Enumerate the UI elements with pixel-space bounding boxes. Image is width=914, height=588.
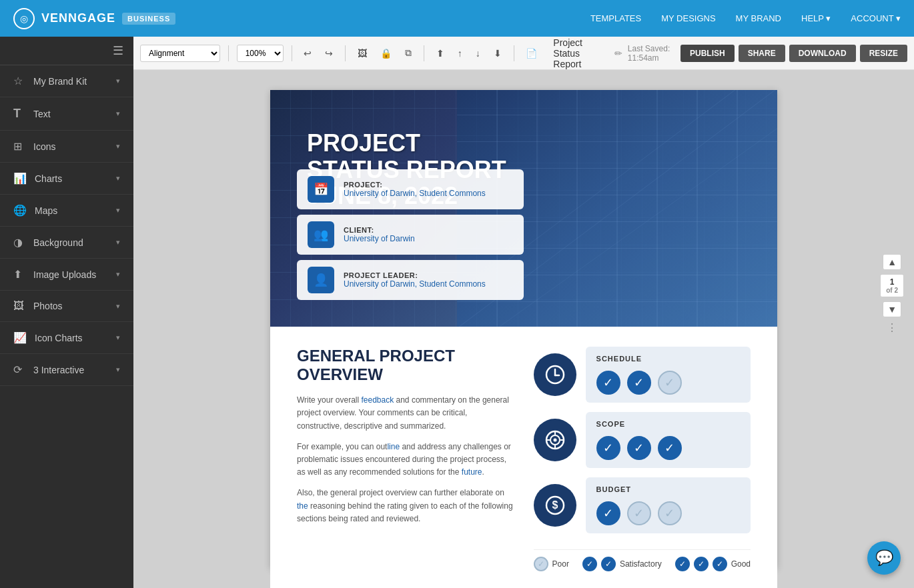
zoom-select[interactable]: 100% (237, 45, 284, 62)
chevron-icon-maps: ▾ (116, 206, 120, 215)
nav-help[interactable]: HELP ▾ (801, 13, 831, 23)
schedule-indicators: SCHEDULE ✓ ✓ ✓ (586, 347, 751, 403)
sidebar-item-background[interactable]: ◑ Background ▾ (0, 227, 133, 259)
edit-title-icon[interactable]: ✏ (614, 48, 622, 59)
icon-charts-icon: 📈 (13, 331, 27, 344)
scope-check-2: ✓ (627, 436, 651, 460)
undo-button[interactable]: ↩ (300, 45, 316, 61)
page-next-button[interactable]: ▼ (883, 301, 901, 317)
page-header: PROJECT STATUS REPORT JUNE 8, 2022 📅 PRO… (270, 90, 777, 327)
redo-button[interactable]: ↪ (321, 45, 337, 61)
sidebar-label-charts: Charts (35, 173, 108, 184)
legend-good-label: Good (731, 559, 751, 569)
app-name: VENNGAGE (41, 11, 115, 25)
doc-title-area: Project Status Report ✏ Last Saved: 11:5… (553, 37, 675, 69)
info-card-project-text: PROJECT: University of Darwin, Student C… (344, 181, 486, 198)
scope-circle (534, 419, 576, 461)
sidebar-label-my-brand-kit: My Brand Kit (33, 76, 108, 87)
sidebar-item-my-brand-kit[interactable]: ☆ My Brand Kit ▾ (0, 65, 133, 97)
sidebar-label-background: Background (33, 237, 108, 248)
scope-check-1: ✓ (596, 436, 620, 460)
leader-label: PROJECT LEADER: (344, 271, 486, 279)
sidebar-item-charts[interactable]: 📊 Charts ▾ (0, 163, 133, 195)
sidebar-label-photos: Photos (33, 301, 108, 311)
legend-good: ✓ ✓ ✓ Good (675, 557, 751, 571)
budget-check-3: ✓ (658, 501, 682, 525)
move-down-button[interactable]: ↓ (472, 45, 484, 61)
budget-label: BUDGET (596, 485, 740, 493)
sidebar-item-image-uploads[interactable]: ⬆ Image Uploads ▾ (0, 259, 133, 291)
info-cards: 📅 PROJECT: University of Darwin, Student… (297, 169, 524, 300)
legend-poor-label: Poor (552, 559, 569, 569)
page-prev-button[interactable]: ▲ (883, 254, 901, 270)
toolbar-divider-1 (228, 45, 229, 61)
copy-button[interactable]: ⧉ (401, 45, 416, 61)
overview-para-2: For example, you can outline and address… (297, 441, 514, 479)
nav-my-brand[interactable]: MY BRAND (736, 13, 781, 23)
toolbar-divider-5 (514, 45, 514, 61)
budget-indicators: BUDGET ✓ ✓ ✓ (586, 477, 751, 533)
sidebar-label-maps: Maps (35, 205, 108, 216)
chevron-icon-background: ▾ (116, 238, 120, 247)
status-row-budget: $ BUDGET ✓ ✓ ✓ (534, 477, 751, 533)
page-navigator: ▲ 1 of 2 ▼ ⋮ (880, 254, 904, 334)
project-value: University of Darwin, Student Commons (344, 189, 486, 198)
budget-checks: ✓ ✓ ✓ (596, 501, 740, 525)
star-icon: ☆ (13, 75, 25, 87)
info-card-project: 📅 PROJECT: University of Darwin, Student… (297, 169, 524, 209)
lock-button[interactable]: 🔒 (376, 45, 396, 61)
overview-para-3: Also, the general project overview can f… (297, 487, 514, 525)
legend-sat-check-2: ✓ (601, 557, 616, 571)
sidebar-item-maps[interactable]: 🌐 Maps ▾ (0, 195, 133, 227)
toolbar-actions: PUBLISH SHARE DOWNLOAD RESIZE (680, 45, 907, 62)
sidebar-hamburger[interactable]: ☰ (0, 37, 133, 65)
person-icon: 👤 (308, 267, 334, 293)
sidebar-item-interactive[interactable]: ⟳ 3 Interactive ▾ (0, 354, 133, 386)
hamburger-icon: ☰ (113, 43, 123, 58)
resize-button[interactable]: RESIZE (860, 45, 907, 62)
sidebar-item-icons[interactable]: ⊞ Icons ▾ (0, 131, 133, 163)
legend-sat-check-1: ✓ (582, 557, 597, 571)
chevron-icon-photos: ▾ (116, 302, 120, 311)
scope-indicators: SCOPE ✓ ✓ ✓ (586, 412, 751, 468)
alignment-select[interactable]: Alignment (140, 45, 220, 62)
toolbar-divider-3 (345, 45, 346, 61)
status-section: SCHEDULE ✓ ✓ ✓ (534, 347, 751, 571)
publish-button[interactable]: PUBLISH (680, 45, 735, 62)
nav-templates[interactable]: TEMPLATES (590, 13, 641, 23)
move-down-alt-button[interactable]: ⬇ (490, 45, 506, 61)
legend-good-check-1: ✓ (675, 557, 690, 571)
nav-my-designs[interactable]: MY DESIGNS (661, 13, 715, 23)
page-button[interactable]: 📄 (522, 45, 541, 61)
nav-account[interactable]: ACCOUNT ▾ (851, 13, 901, 23)
sidebar-item-photos[interactable]: 🖼 Photos ▾ (0, 291, 133, 322)
chevron-icon-icons: ▾ (116, 142, 120, 151)
image-button[interactable]: 🖼 (354, 45, 371, 61)
info-card-client: 👥 CLIENT: University of Darwin (297, 215, 524, 255)
page-nav-more: ⋮ (887, 321, 897, 334)
toolbar: Alignment 100% ↩ ↪ 🖼 🔒 ⧉ ⬆ ↑ ↓ ⬇ 📄 Proje… (133, 37, 914, 70)
scope-checks: ✓ ✓ ✓ (596, 436, 740, 460)
chat-button[interactable]: 💬 (867, 541, 901, 575)
chevron-icon-interactive: ▾ (116, 365, 120, 374)
sidebar-label-icons: Icons (33, 141, 108, 152)
business-badge: BUSINESS (122, 13, 175, 25)
status-column: SCHEDULE ✓ ✓ ✓ (534, 347, 751, 571)
sidebar-item-text[interactable]: T Text ▾ (0, 97, 133, 131)
sidebar-item-icon-charts[interactable]: 📈 Icon Charts ▾ (0, 322, 133, 354)
budget-check-1: ✓ (596, 501, 620, 525)
download-button[interactable]: DOWNLOAD (789, 45, 856, 62)
client-label: CLIENT: (344, 226, 415, 234)
legend-poor: ✓ Poor (534, 557, 569, 571)
target-icon (544, 429, 566, 451)
text-icon: T (13, 107, 25, 121)
overview-para-1: Write your overall feedback and commenta… (297, 394, 514, 433)
share-button[interactable]: SHARE (739, 45, 785, 62)
move-up-button[interactable]: ⬆ (432, 45, 448, 61)
icons-icon: ⊞ (13, 140, 25, 153)
toolbar-divider-4 (424, 45, 424, 61)
client-value: University of Darwin (344, 234, 415, 243)
upload-icon: ⬆ (13, 268, 25, 281)
move-up-alt-button[interactable]: ↑ (454, 45, 466, 61)
chevron-icon-icon-charts: ▾ (116, 333, 120, 342)
